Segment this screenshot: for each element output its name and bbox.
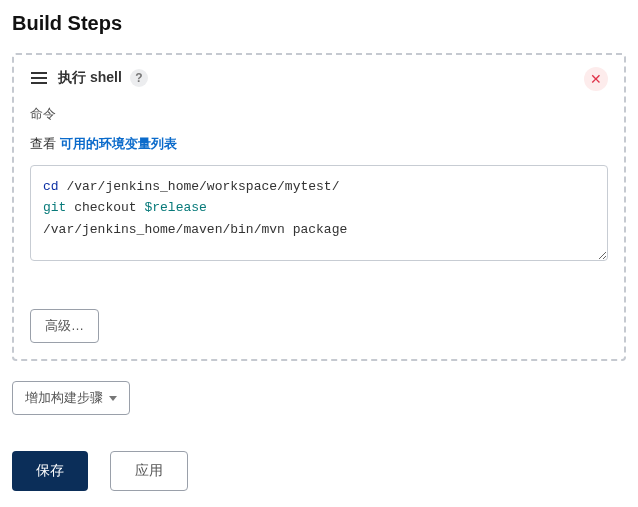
section-title: Build Steps — [12, 12, 626, 35]
helper-prefix: 查看 — [30, 136, 60, 151]
build-step-card: 执行 shell ? ✕ 命令 查看 可用的环境变量列表 cd /var/jen… — [12, 53, 626, 361]
svg-rect-0 — [31, 72, 47, 74]
add-build-step-label: 增加构建步骤 — [25, 389, 103, 407]
close-icon[interactable]: ✕ — [584, 67, 608, 91]
action-row: 保存 应用 — [12, 451, 626, 491]
apply-button[interactable]: 应用 — [110, 451, 188, 491]
chevron-down-icon — [109, 396, 117, 401]
helper-row: 查看 可用的环境变量列表 — [30, 135, 608, 153]
env-vars-link[interactable]: 可用的环境变量列表 — [60, 136, 177, 151]
svg-rect-1 — [31, 77, 47, 79]
add-build-step-button[interactable]: 增加构建步骤 — [12, 381, 130, 415]
save-button[interactable]: 保存 — [12, 451, 88, 491]
card-header: 执行 shell ? ✕ — [30, 69, 608, 87]
help-icon[interactable]: ? — [130, 69, 148, 87]
shell-command-input[interactable]: cd /var/jenkins_home/workspace/mytest/ g… — [30, 165, 608, 261]
svg-rect-2 — [31, 82, 47, 84]
advanced-button[interactable]: 高级… — [30, 309, 99, 343]
drag-handle-icon[interactable] — [30, 71, 48, 85]
command-label: 命令 — [30, 105, 608, 123]
step-title: 执行 shell — [58, 69, 122, 87]
